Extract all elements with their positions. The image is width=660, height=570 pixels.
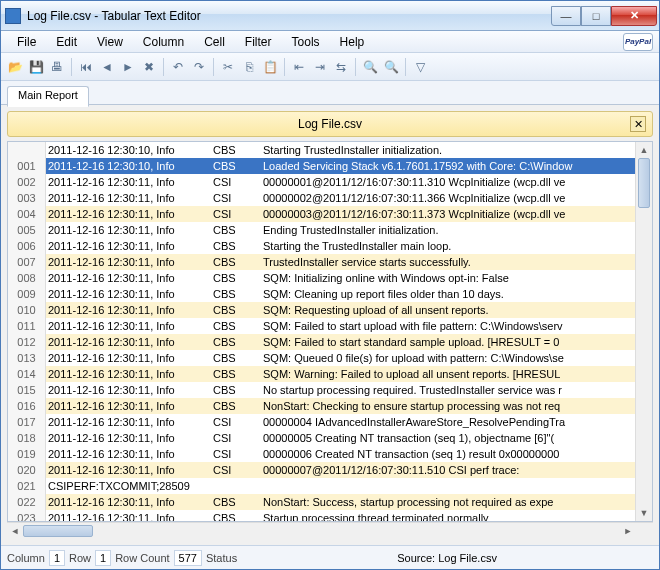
data-grid[interactable]: 0010020030040050060070080090100110120130…: [7, 141, 653, 522]
save-icon[interactable]: 💾: [26, 57, 46, 77]
scroll-thumb[interactable]: [638, 158, 650, 208]
table-cell: 2011-12-16 12:30:11, Info: [46, 414, 211, 430]
tabstrip: Main Report: [1, 81, 659, 105]
table-row[interactable]: 2011-12-16 12:30:11, InfoCBSSQM: Queued …: [46, 350, 635, 366]
status-status-label: Status: [206, 552, 237, 564]
table-row[interactable]: 2011-12-16 12:30:11, InfoCSI00000001@201…: [46, 174, 635, 190]
scroll-left-icon[interactable]: ◄: [7, 523, 23, 539]
scroll-up-icon[interactable]: ▲: [636, 142, 652, 158]
scroll-thumb[interactable]: [23, 525, 93, 537]
table-row[interactable]: 2011-12-16 12:30:11, InfoCBSSQM: Failed …: [46, 318, 635, 334]
horizontal-scrollbar[interactable]: ◄ ►: [7, 522, 653, 539]
menubar: File Edit View Column Cell Filter Tools …: [1, 31, 659, 53]
copy-icon[interactable]: ⎘: [239, 57, 259, 77]
table-row[interactable]: 2011-12-16 12:30:11, InfoCSI00000006 Cre…: [46, 446, 635, 462]
maximize-button[interactable]: □: [581, 6, 611, 26]
table-cell: CSI: [211, 190, 261, 206]
menu-filter[interactable]: Filter: [235, 33, 282, 51]
table-cell: Loaded Servicing Stack v6.1.7601.17592 w…: [261, 158, 635, 174]
insert-right-icon[interactable]: ⇥: [310, 57, 330, 77]
table-cell: [211, 478, 261, 494]
table-cell: SQM: Cleaning up report files older than…: [261, 286, 635, 302]
status-rowcount-value: 577: [174, 550, 202, 566]
table-cell: 2011-12-16 12:30:11, Info: [46, 350, 211, 366]
table-cell: SQM: Warning: Failed to upload all unsen…: [261, 366, 635, 382]
table-cell: 2011-12-16 12:30:11, Info: [46, 382, 211, 398]
open-icon[interactable]: 📂: [5, 57, 25, 77]
table-row[interactable]: 2011-12-16 12:30:11, InfoCBSStartup proc…: [46, 510, 635, 521]
row-number: 009: [8, 286, 45, 302]
header-cell: 2011-12-16 12:30:10, Info: [46, 142, 211, 158]
close-button[interactable]: ✕: [611, 6, 657, 26]
table-row[interactable]: 2011-12-16 12:30:11, InfoCSI00000003@201…: [46, 206, 635, 222]
header-row: 2011-12-16 12:30:10, Info CBS Starting T…: [46, 142, 635, 158]
table-row[interactable]: 2011-12-16 12:30:11, InfoCBSSQM: Initial…: [46, 270, 635, 286]
table-cell: CBS: [211, 238, 261, 254]
row-number: 005: [8, 222, 45, 238]
status-source: Source: Log File.csv: [241, 552, 653, 564]
table-cell: Startup processing thread terminated nor…: [261, 510, 635, 521]
table-cell: CBS: [211, 366, 261, 382]
menu-help[interactable]: Help: [330, 33, 375, 51]
table-cell: 2011-12-16 12:30:11, Info: [46, 510, 211, 521]
undo-icon[interactable]: ↶: [168, 57, 188, 77]
table-row[interactable]: 2011-12-16 12:30:11, InfoCSI00000004 IAd…: [46, 414, 635, 430]
menu-view[interactable]: View: [87, 33, 133, 51]
menu-column[interactable]: Column: [133, 33, 194, 51]
table-row[interactable]: 2011-12-16 12:30:11, InfoCBSNonStart: Su…: [46, 494, 635, 510]
table-row[interactable]: 2011-12-16 12:30:11, InfoCBSTrustedInsta…: [46, 254, 635, 270]
next-icon[interactable]: ►: [118, 57, 138, 77]
table-row[interactable]: 2011-12-16 12:30:11, InfoCBSSQM: Failed …: [46, 334, 635, 350]
row-number-gutter: 0010020030040050060070080090100110120130…: [8, 142, 46, 521]
minimize-button[interactable]: —: [551, 6, 581, 26]
table-cell: 00000007@2011/12/16:07:30:11.510 CSI per…: [261, 462, 635, 478]
table-row[interactable]: 2011-12-16 12:30:10, InfoCBSLoaded Servi…: [46, 158, 635, 174]
status-row-value: 1: [95, 550, 111, 566]
table-row[interactable]: 2011-12-16 12:30:11, InfoCBSNo startup p…: [46, 382, 635, 398]
padding-icon[interactable]: ⇆: [331, 57, 351, 77]
scroll-right-icon[interactable]: ►: [620, 523, 636, 539]
table-cell: CBS: [211, 494, 261, 510]
table-row[interactable]: 2011-12-16 12:30:11, InfoCBSNonStart: Ch…: [46, 398, 635, 414]
paypal-button[interactable]: PayPal: [623, 33, 653, 51]
insert-left-icon[interactable]: ⇤: [289, 57, 309, 77]
redo-icon[interactable]: ↷: [189, 57, 209, 77]
vertical-scrollbar[interactable]: ▲ ▼: [635, 142, 652, 521]
menu-file[interactable]: File: [7, 33, 46, 51]
table-row[interactable]: 2011-12-16 12:30:11, InfoCBSStarting the…: [46, 238, 635, 254]
menu-edit[interactable]: Edit: [46, 33, 87, 51]
table-cell: 2011-12-16 12:30:11, Info: [46, 190, 211, 206]
table-row[interactable]: 2011-12-16 12:30:11, InfoCBSSQM: Cleanin…: [46, 286, 635, 302]
cut-icon[interactable]: ✂: [218, 57, 238, 77]
zoom-in-icon[interactable]: 🔍: [360, 57, 380, 77]
print-icon[interactable]: 🖶: [47, 57, 67, 77]
table-cell: SQM: Failed to start standard sample upl…: [261, 334, 635, 350]
scroll-down-icon[interactable]: ▼: [636, 505, 652, 521]
table-row[interactable]: CSIPERF:TXCOMMIT;28509: [46, 478, 635, 494]
banner-close-icon[interactable]: ✕: [630, 116, 646, 132]
tab-main-report[interactable]: Main Report: [7, 86, 89, 107]
file-banner-label: Log File.csv: [298, 117, 362, 131]
table-cell: NonStart: Success, startup processing no…: [261, 494, 635, 510]
titlebar: Log File.csv - Tabular Text Editor — □ ✕: [1, 1, 659, 31]
paste-icon[interactable]: 📋: [260, 57, 280, 77]
table-row[interactable]: 2011-12-16 12:30:11, InfoCSI00000005 Cre…: [46, 430, 635, 446]
filter-icon[interactable]: ▽: [410, 57, 430, 77]
table-cell: 2011-12-16 12:30:11, Info: [46, 462, 211, 478]
table-row[interactable]: 2011-12-16 12:30:11, InfoCBSSQM: Request…: [46, 302, 635, 318]
table-cell: CSI: [211, 174, 261, 190]
first-icon[interactable]: ⏮: [76, 57, 96, 77]
table-cell: 2011-12-16 12:30:11, Info: [46, 430, 211, 446]
table-row[interactable]: 2011-12-16 12:30:11, InfoCBSSQM: Warning…: [46, 366, 635, 382]
table-row[interactable]: 2011-12-16 12:30:11, InfoCSI00000007@201…: [46, 462, 635, 478]
table-cell: TrustedInstaller service starts successf…: [261, 254, 635, 270]
menu-cell[interactable]: Cell: [194, 33, 235, 51]
row-number: 002: [8, 174, 45, 190]
menu-tools[interactable]: Tools: [282, 33, 330, 51]
zoom-out-icon[interactable]: 🔍: [381, 57, 401, 77]
prev-icon[interactable]: ◄: [97, 57, 117, 77]
delete-icon[interactable]: ✖: [139, 57, 159, 77]
table-row[interactable]: 2011-12-16 12:30:11, InfoCBSEnding Trust…: [46, 222, 635, 238]
table-row[interactable]: 2011-12-16 12:30:11, InfoCSI00000002@201…: [46, 190, 635, 206]
row-number: 014: [8, 366, 45, 382]
